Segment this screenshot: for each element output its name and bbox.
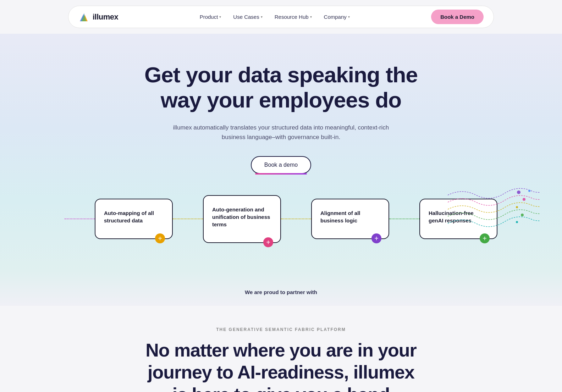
lower-section: THE GENERATIVE SEMANTIC FABRIC PLATFORM … <box>0 306 562 392</box>
hero-subtitle: illumex automatically translates your st… <box>160 123 402 142</box>
chevron-down-icon: ▾ <box>310 15 312 19</box>
feature-dot-3: + <box>371 233 381 243</box>
hero-book-demo-button[interactable]: Book a demo <box>251 156 311 174</box>
logo[interactable]: illumex <box>78 11 118 23</box>
logo-text: illumex <box>93 12 118 22</box>
connector-line-3 <box>389 219 419 219</box>
hero-title: Get your data speaking the way your empl… <box>121 62 441 113</box>
feature-dot-2: + <box>263 237 273 247</box>
feature-card-3: Alignment of all business logic + <box>311 199 389 239</box>
features-row: Auto-mapping of all structured data + Au… <box>50 195 512 243</box>
connector-line-left <box>65 219 95 219</box>
navigation: illumex Product ▾ Use Cases ▾ Resource H… <box>0 0 562 34</box>
svg-point-9 <box>528 190 530 192</box>
section-platform-label: THE GENERATIVE SEMANTIC FABRIC PLATFORM <box>71 327 491 332</box>
nav-container: illumex Product ▾ Use Cases ▾ Resource H… <box>68 6 494 28</box>
feature-card-1: Auto-mapping of all structured data + <box>95 199 173 239</box>
partner-label: We are proud to partner with <box>21 289 541 295</box>
nav-links: Product ▾ Use Cases ▾ Resource Hub ▾ Com… <box>132 11 417 23</box>
chevron-down-icon: ▾ <box>219 15 221 19</box>
nav-use-cases[interactable]: Use Cases ▾ <box>228 11 267 23</box>
svg-point-4 <box>517 191 520 194</box>
feature-dot-1: + <box>155 233 165 243</box>
svg-point-5 <box>523 198 525 201</box>
logo-icon <box>78 11 90 23</box>
hero-section: Get your data speaking the way your empl… <box>0 34 562 271</box>
nav-product[interactable]: Product ▾ <box>195 11 226 23</box>
nav-resource-hub[interactable]: Resource Hub ▾ <box>270 11 317 23</box>
chevron-down-icon: ▾ <box>348 15 350 19</box>
section-title: No matter where you are in your journey … <box>139 339 423 392</box>
svg-point-6 <box>516 206 518 208</box>
feature-card-3-text: Alignment of all business logic <box>320 210 360 223</box>
feature-card-2: Auto-generation and unification of busin… <box>203 195 281 243</box>
decorative-wavy-lines <box>448 174 540 245</box>
partner-section: We are proud to partner with <box>0 271 562 306</box>
feature-card-2-text: Auto-generation and unification of busin… <box>212 206 270 227</box>
connector-line-2 <box>281 219 311 219</box>
feature-card-1-text: Auto-mapping of all structured data <box>104 210 154 223</box>
chevron-down-icon: ▾ <box>261 15 263 19</box>
connector-line-1 <box>173 219 203 219</box>
svg-point-8 <box>516 221 518 223</box>
svg-point-7 <box>521 214 524 216</box>
nav-company[interactable]: Company ▾ <box>319 11 355 23</box>
nav-book-demo-button[interactable]: Book a Demo <box>431 10 484 24</box>
